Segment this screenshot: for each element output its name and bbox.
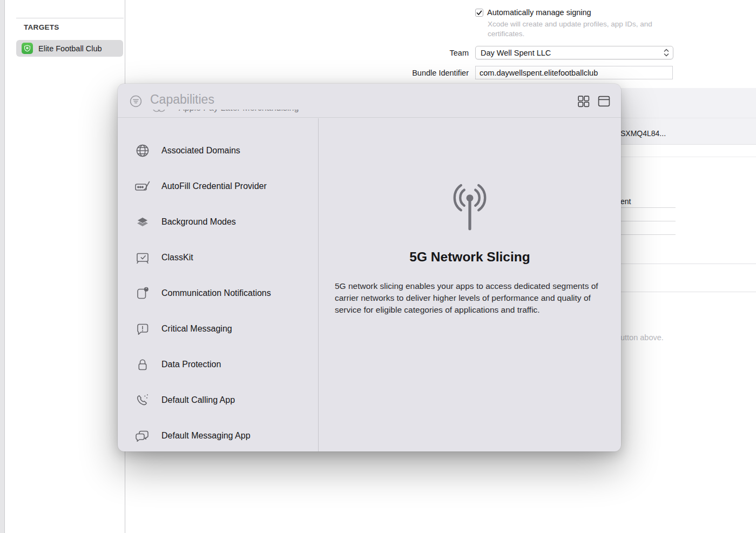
apple-pay-icon — [150, 110, 167, 116]
filter-circle-icon — [129, 94, 143, 111]
capability-label: ClassKit — [161, 253, 193, 262]
field-underline — [620, 234, 676, 235]
single-pane-view-icon[interactable] — [597, 95, 611, 110]
section-divider — [620, 292, 756, 292]
alert-bubble-icon — [134, 321, 151, 337]
capability-label: Data Protection — [161, 360, 221, 369]
target-name: Elite Football Club — [38, 44, 102, 53]
capability-item-globe[interactable]: Associated Domains — [118, 133, 318, 168]
capability-item-autofill[interactable]: AutoFill Credential Provider — [118, 168, 318, 204]
auto-manage-signing-label[interactable]: Automatically manage signing — [487, 8, 591, 17]
clipped-capability-item: Apple Pay Later Merchandising — [134, 110, 318, 117]
auto-manage-signing-checkbox[interactable] — [475, 9, 483, 17]
team-dropdown-value: Day Well Spent LLC — [481, 49, 663, 57]
capability-label: Apple Pay Later Merchandising — [179, 110, 299, 113]
antenna-radiowaves-icon — [319, 183, 621, 233]
autofill-icon — [134, 178, 151, 194]
field-underline — [620, 207, 676, 208]
capability-label: Default Messaging App — [161, 431, 251, 441]
capability-item-layers[interactable]: Background Modes — [118, 204, 318, 240]
targets-section-header: TARGETS — [24, 23, 59, 31]
capability-item-app-badge[interactable]: Communication Notifications — [118, 275, 318, 311]
field-text-fragment: ent — [620, 197, 631, 206]
capability-label: Associated Domains — [161, 146, 240, 156]
capability-label: Critical Messaging — [161, 324, 232, 334]
capabilities-popup: Capabilities Apple Pay Later Merchandisi… — [118, 84, 621, 451]
project-editor-sidebar: TARGETS Elite Football Club — [5, 0, 125, 533]
auto-manage-signing-help: Xcode will create and update profiles, a… — [488, 19, 676, 38]
chat-bubbles-icon — [134, 428, 151, 444]
capability-detail-pane: 5G Network Slicing 5G network slicing en… — [319, 118, 621, 451]
row-divider — [620, 118, 756, 118]
capability-label: Default Calling App — [161, 395, 235, 405]
capability-label: AutoFill Credential Provider — [161, 181, 267, 191]
dropdown-chevrons-icon — [663, 48, 670, 57]
capability-item-lock[interactable]: Data Protection — [118, 347, 318, 382]
capability-detail-description: 5G network slicing enables your apps to … — [335, 280, 608, 316]
capability-label: Background Modes — [161, 217, 236, 227]
section-divider — [620, 157, 756, 157]
capability-item-alert-bubble[interactable]: Critical Messaging — [118, 311, 318, 347]
checkmark-icon — [476, 10, 482, 16]
sidebar-divider — [16, 18, 124, 18]
layers-icon — [134, 214, 151, 230]
capability-item-classkit[interactable]: ClassKit — [118, 240, 318, 275]
team-label: Team — [378, 49, 469, 57]
window-left-rail — [0, 0, 5, 533]
grid-view-icon[interactable] — [577, 95, 590, 110]
capability-item-chat-bubbles[interactable]: Default Messaging App — [118, 418, 318, 451]
capabilities-list: Associated DomainsAutoFill Credential Pr… — [118, 118, 319, 451]
sidebar-item-target[interactable]: Elite Football Club — [16, 40, 123, 57]
field-underline — [620, 221, 676, 221]
bundle-identifier-label: Bundle Identifier — [378, 69, 469, 77]
capability-label: Communication Notifications — [161, 288, 271, 298]
capability-item-phone[interactable]: Default Calling App — [118, 382, 318, 418]
capabilities-filter-placeholder[interactable]: Capabilities — [150, 92, 214, 107]
team-dropdown[interactable]: Day Well Spent LLC — [475, 46, 673, 59]
classkit-icon — [134, 249, 151, 266]
app-badge-icon — [134, 285, 151, 301]
soccer-shield-app-icon — [22, 43, 33, 54]
capability-detail-title: 5G Network Slicing — [319, 249, 621, 265]
capabilities-hint-fragment: utton above. — [620, 333, 664, 342]
globe-icon — [134, 143, 151, 159]
phone-icon — [134, 392, 151, 408]
capabilities-popup-header: Capabilities Apple Pay Later Merchandisi… — [118, 84, 621, 118]
signing-certificate-fragment: SXMQ4L84... — [620, 129, 666, 138]
section-divider — [620, 264, 756, 264]
bundle-identifier-input[interactable] — [475, 66, 673, 79]
lock-icon — [134, 356, 151, 373]
